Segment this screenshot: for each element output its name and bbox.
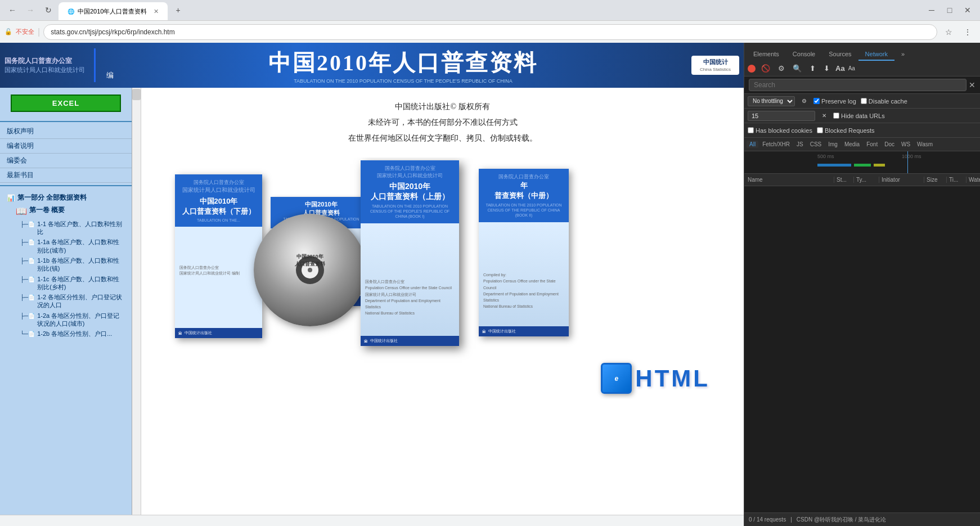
maximize-button[interactable]: □ <box>942 2 957 18</box>
tree-item-1-1[interactable]: ├─📄 1-1 各地区户数、人口数和性别比 <box>16 219 125 237</box>
col-name-header: Name <box>744 177 834 183</box>
throttle-select[interactable]: No throttling <box>748 96 795 106</box>
tab-title: 中国2010年人口普查资料 <box>78 7 147 16</box>
col-status-header: St... <box>834 177 854 183</box>
sidebar-item-latest[interactable]: 最新书目 <box>0 168 132 183</box>
tree-item-1-1c[interactable]: ├─📄 1-1c 各地区户数、人口数和性别比(乡村) <box>16 274 125 293</box>
section1-sub-title[interactable]: 第一卷 概要 <box>29 206 65 215</box>
type-font-btn[interactable]: Font <box>864 141 880 148</box>
copyright-text: 中国统计出版社© 版权所有 未经许可，本书的任何部分不准以任何方式 在世界任何地… <box>164 99 721 146</box>
search-input[interactable] <box>749 79 966 91</box>
col-size-header: Size <box>924 177 947 183</box>
col-time-header: Ti... <box>947 177 966 183</box>
filter-toggle-icon[interactable]: ⚙ <box>776 63 787 74</box>
timeline-mark-500: 500 ms <box>817 154 834 159</box>
type-media-btn[interactable]: Media <box>842 141 862 148</box>
sidebar-item-copyright[interactable]: 版权声明 <box>0 124 132 139</box>
tab-network[interactable]: Network <box>858 48 894 61</box>
type-js-btn[interactable]: JS <box>794 141 806 148</box>
type-ws-btn[interactable]: WS <box>898 141 913 148</box>
has-blocked-cookies-checkbox[interactable]: Has blocked cookies <box>748 127 812 134</box>
aa-label: Aa <box>835 64 845 73</box>
forward-button[interactable]: → <box>23 2 38 18</box>
tree-item-1-2b[interactable]: └─📄 1-2b 各地区分性别、户口... <box>16 329 125 339</box>
timeline-mark-1000: 1000 ms <box>902 154 921 159</box>
type-fetch-btn[interactable]: Fetch/XHR <box>759 141 793 148</box>
active-tab[interactable]: 🌐 中国2010年人口普查资料 ✕ <box>59 2 168 20</box>
bookmark-button[interactable]: ☆ <box>941 24 956 40</box>
tree-item-1-2a[interactable]: ├─📄 1-2a 各地区分性别、户口登记状况的人口(城市) <box>16 311 125 329</box>
site-header-left2: 国家统计局人口和就业统计司 <box>5 66 85 74</box>
tab-console[interactable]: Console <box>786 48 822 61</box>
tree-item-1-2[interactable]: ├─📄 1-2 各地区分性别、户口登记状况的人口 <box>16 292 125 311</box>
aa-small-label: Aa <box>848 65 855 71</box>
excel-button[interactable]: EXCEL <box>11 95 121 112</box>
site-main-title: 中国2010年人口普查资料 <box>119 47 687 78</box>
site-subtitle: TABULATION ON THE 2010 POPULATION CENSUS… <box>119 78 687 84</box>
type-doc-btn[interactable]: Doc <box>882 141 897 148</box>
sidebar-item-editor-note[interactable]: 编者说明 <box>0 139 132 154</box>
blocked-requests-checkbox[interactable]: Blocked Requests <box>817 127 875 134</box>
hide-data-urls-checkbox[interactable]: Hide data URLs <box>833 113 885 119</box>
minimize-button[interactable]: ─ <box>924 2 939 18</box>
reload-button[interactable]: ↻ <box>41 2 56 18</box>
security-label: 不安全 <box>16 28 34 36</box>
request-count: 0 / 14 requests <box>749 516 786 523</box>
address-input[interactable] <box>43 24 937 40</box>
security-icon: 🔓 <box>5 28 12 35</box>
disable-cache-checkbox[interactable]: Disable cache <box>861 98 907 105</box>
type-all-btn[interactable]: All <box>747 141 758 148</box>
filter-input[interactable] <box>748 111 815 121</box>
tab-more[interactable]: » <box>894 48 911 61</box>
status-extra: CSDN @聆听我的召唤 / 菜鸟进化论 <box>797 516 887 524</box>
type-css-btn[interactable]: CSS <box>807 141 825 148</box>
site-header-left1: 国务院人口普查办公室 <box>5 56 85 66</box>
tree-item-1-1a[interactable]: ├─📄 1-1a 各地区户数、人口数和性别比(城市) <box>16 237 125 255</box>
tab-close-icon[interactable]: ✕ <box>154 8 159 15</box>
site-logo: 中国统计 China Statistics <box>691 56 739 75</box>
col-initiator-header: Initiator <box>879 177 924 183</box>
type-wasm-btn[interactable]: Wasm <box>914 141 936 148</box>
sidebar-item-committee[interactable]: 编委会 <box>0 154 132 168</box>
search-icon[interactable]: 🔍 <box>790 63 804 74</box>
tree-item-1-1b[interactable]: ├─📄 1-1b 各地区户数、人口数和性别比(镇) <box>16 255 125 274</box>
new-tab-button[interactable]: + <box>170 2 186 18</box>
section1-sub-icon: 📖 <box>16 206 27 218</box>
record-icon[interactable] <box>748 65 756 73</box>
type-img-btn[interactable]: Img <box>825 141 840 148</box>
extensions-button[interactable]: ⋮ <box>960 24 975 40</box>
search-close-button[interactable]: ✕ <box>969 80 975 89</box>
preserve-log-checkbox[interactable]: Preserve log <box>813 98 856 105</box>
status-divider: | <box>790 516 792 523</box>
throttle-settings-icon[interactable]: ⚙ <box>799 97 809 105</box>
tab-sources[interactable]: Sources <box>822 48 858 61</box>
col-waterfall-header: Waterfall <box>966 177 980 183</box>
url-separator: | <box>38 27 40 37</box>
clear-icon[interactable]: 🚫 <box>759 63 772 74</box>
filter-clear-icon[interactable]: ✕ <box>820 111 829 120</box>
back-button[interactable]: ← <box>5 2 20 18</box>
import-icon[interactable]: ⬆ <box>807 63 818 74</box>
col-type-header: Ty... <box>854 177 879 183</box>
tab-elements[interactable]: Elements <box>747 48 786 61</box>
html-badge-text: HTML <box>635 365 710 392</box>
tab-favicon: 🌐 <box>68 8 74 15</box>
books-display: 国务院人口普查办公室 国家统计局人口和就业统计司 中国2010年 人口普查资料（… <box>164 158 721 399</box>
section1-title: 📊 第一部分 全部数据资料 <box>7 193 125 203</box>
network-list <box>744 186 980 512</box>
close-window-button[interactable]: ✕ <box>960 2 975 18</box>
export-icon[interactable]: ⬇ <box>821 63 832 74</box>
